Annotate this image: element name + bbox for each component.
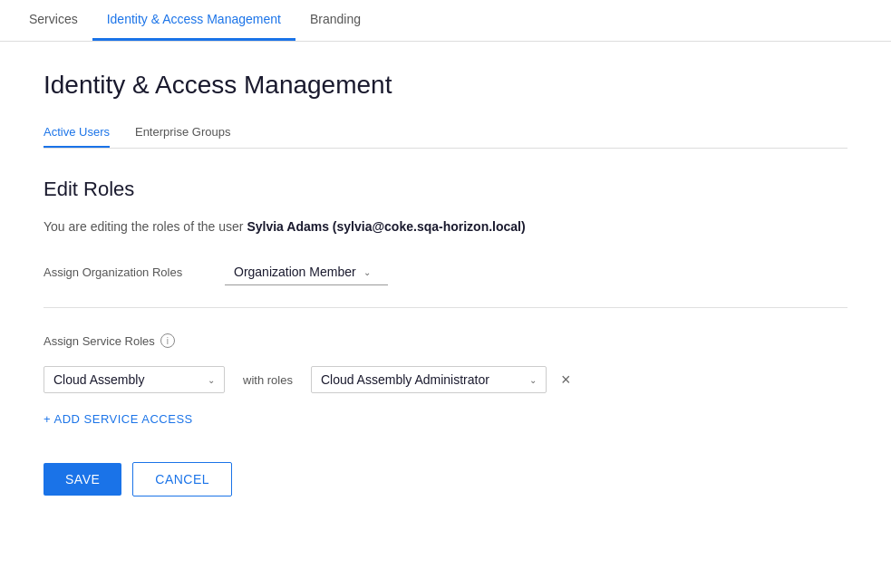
edit-roles-title: Edit Roles xyxy=(44,178,847,201)
tab-active-users[interactable]: Active Users xyxy=(44,118,110,148)
section-divider xyxy=(44,307,847,308)
org-roles-label: Assign Organization Roles xyxy=(44,265,225,279)
org-role-value: Organization Member xyxy=(234,265,356,279)
service-role-row: Cloud Assembly ⌄ with roles Cloud Assemb… xyxy=(44,366,847,393)
top-navigation: Services Identity & Access Management Br… xyxy=(0,0,891,42)
nav-item-branding[interactable]: Branding xyxy=(295,0,375,41)
service-name-dropdown[interactable]: Cloud Assembly ⌄ xyxy=(44,366,225,393)
service-chevron-down-icon: ⌄ xyxy=(208,375,215,385)
user-name: Sylvia Adams (sylvia@coke.sqa-horizon.lo… xyxy=(247,219,525,234)
org-roles-row: Assign Organization Roles Organization M… xyxy=(44,259,847,285)
service-roles-text: Assign Service Roles xyxy=(44,334,155,348)
with-roles-text: with roles xyxy=(243,373,293,387)
org-role-dropdown[interactable]: Organization Member ⌄ xyxy=(225,259,388,285)
cancel-button[interactable]: CANCEL xyxy=(132,462,232,496)
info-icon[interactable]: i xyxy=(160,333,175,348)
tab-enterprise-groups[interactable]: Enterprise Groups xyxy=(135,118,231,148)
chevron-down-icon: ⌄ xyxy=(363,267,371,277)
page-title: Identity & Access Management xyxy=(44,71,847,100)
nav-item-services[interactable]: Services xyxy=(15,0,92,41)
role-name-dropdown[interactable]: Cloud Assembly Administrator ⌄ xyxy=(311,366,547,393)
action-buttons: SAVE CANCEL xyxy=(44,462,847,496)
save-button[interactable]: SAVE xyxy=(44,463,121,496)
role-chevron-down-icon: ⌄ xyxy=(529,375,537,385)
main-content: Identity & Access Management Active User… xyxy=(0,42,891,588)
user-info-prefix: You are editing the roles of the user xyxy=(44,219,247,234)
nav-item-iam[interactable]: Identity & Access Management xyxy=(92,0,295,41)
remove-service-role-button[interactable]: × xyxy=(557,368,575,391)
role-name-value: Cloud Assembly Administrator xyxy=(321,372,522,387)
user-info-text: You are editing the roles of the user Sy… xyxy=(44,219,847,234)
sub-tabs: Active Users Enterprise Groups xyxy=(44,118,847,149)
service-roles-label: Assign Service Roles i xyxy=(44,333,847,348)
edit-roles-section: Edit Roles You are editing the roles of … xyxy=(44,178,847,496)
add-service-access-link[interactable]: + ADD SERVICE ACCESS xyxy=(44,412,193,426)
service-name-value: Cloud Assembly xyxy=(53,372,200,387)
